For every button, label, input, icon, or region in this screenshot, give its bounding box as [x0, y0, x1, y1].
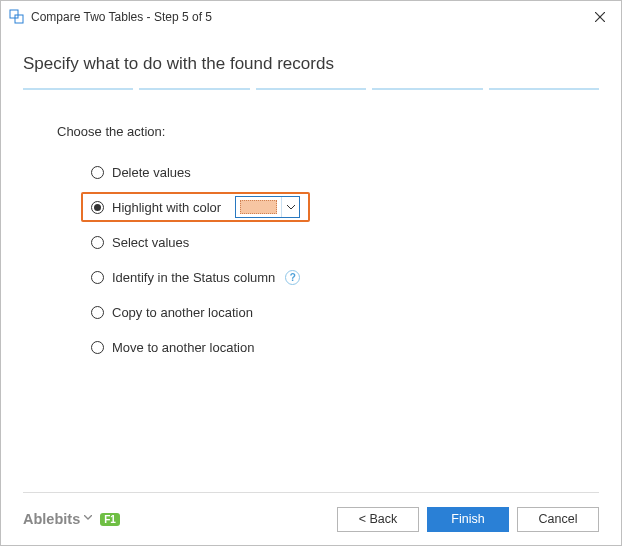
option-label: Highlight with color — [112, 200, 221, 215]
svg-rect-1 — [15, 15, 23, 23]
chevron-down-icon — [281, 197, 299, 217]
step-segment — [372, 88, 482, 90]
radio-icon — [91, 201, 104, 214]
dialog-window: Compare Two Tables - Step 5 of 5 Specify… — [0, 0, 622, 546]
brand-text: Ablebits — [23, 511, 80, 527]
cancel-button[interactable]: Cancel — [517, 507, 599, 532]
page-heading: Specify what to do with the found record… — [23, 54, 599, 74]
close-icon — [595, 12, 605, 22]
f1-help-badge[interactable]: F1 — [100, 513, 120, 526]
step-segment — [489, 88, 599, 90]
steps-progress — [23, 88, 599, 90]
radio-checked-icon — [94, 204, 101, 211]
app-icon — [9, 9, 25, 25]
option-delete-values[interactable]: Delete values — [81, 157, 307, 187]
footer: Ablebits F1 < Back Finish Cancel — [1, 493, 621, 545]
highlight-color-dropdown[interactable] — [235, 196, 300, 218]
step-segment — [23, 88, 133, 90]
finish-button[interactable]: Finish — [427, 507, 509, 532]
radio-icon — [91, 271, 104, 284]
option-select-values[interactable]: Select values — [81, 227, 307, 257]
titlebar: Compare Two Tables - Step 5 of 5 — [1, 1, 621, 32]
color-swatch-icon — [240, 200, 277, 214]
radio-icon — [91, 236, 104, 249]
option-label: Identify in the Status column — [112, 270, 275, 285]
option-highlight-with-color[interactable]: Highlight with color — [81, 192, 310, 222]
option-label: Copy to another location — [112, 305, 253, 320]
footer-buttons: < Back Finish Cancel — [337, 507, 599, 532]
close-button[interactable] — [579, 2, 621, 32]
option-label: Delete values — [112, 165, 191, 180]
option-copy-to-location[interactable]: Copy to another location — [81, 297, 307, 327]
svg-rect-0 — [10, 10, 18, 18]
brand-label[interactable]: Ablebits — [23, 511, 92, 527]
section-label: Choose the action: — [57, 124, 599, 139]
radio-icon — [91, 166, 104, 179]
radio-icon — [91, 341, 104, 354]
help-icon[interactable]: ? — [285, 270, 300, 285]
step-segment — [139, 88, 249, 90]
option-identify-status-column[interactable]: Identify in the Status column ? — [81, 262, 310, 292]
content-area: Specify what to do with the found record… — [1, 32, 621, 492]
action-options: Delete values Highlight with color — [81, 157, 599, 362]
radio-icon — [91, 306, 104, 319]
step-segment — [256, 88, 366, 90]
option-label: Move to another location — [112, 340, 254, 355]
back-button[interactable]: < Back — [337, 507, 419, 532]
chevron-down-icon — [84, 515, 92, 523]
option-move-to-location[interactable]: Move to another location — [81, 332, 307, 362]
option-label: Select values — [112, 235, 189, 250]
window-title: Compare Two Tables - Step 5 of 5 — [31, 10, 212, 24]
